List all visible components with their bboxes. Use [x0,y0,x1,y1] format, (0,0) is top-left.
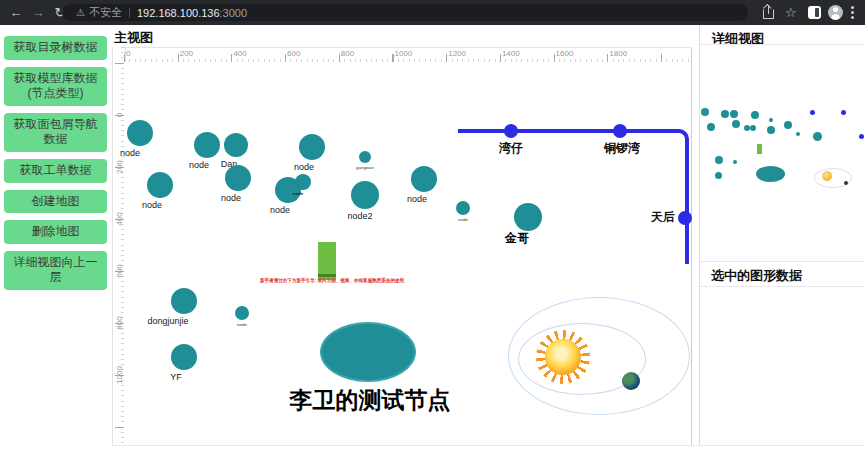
sidebar-button-3[interactable]: 获取面包屑导航数据 [4,113,107,152]
minimap-node-dot[interactable] [813,132,822,141]
browser-menu-icon[interactable] [851,11,854,14]
h-ruler-label: 200 [180,49,193,58]
subway-station-label: 铜锣湾 [604,140,640,157]
not-secure-warning-icon: ⚠ [76,7,85,18]
h-ruler-label: 1200 [448,49,466,58]
h-ruler-label: 800 [341,49,354,58]
canvas-node[interactable] [359,151,371,163]
vertical-ruler-ticks [112,63,124,445]
selected-data-separator-top [700,261,865,262]
profile-avatar[interactable] [828,5,843,20]
canvas-node-label: node [221,193,241,203]
sidebar-button-6[interactable]: 删除地图 [4,220,107,244]
subway-station[interactable] [504,124,518,138]
canvas-node[interactable] [171,344,197,370]
h-ruler-label: 1400 [502,49,520,58]
h-ruler-label: 400 [233,49,246,58]
canvas-node[interactable] [299,134,325,160]
selected-data-separator-bottom [700,286,865,287]
detail-view-minimap[interactable] [700,45,865,261]
address-bar[interactable]: ⚠ 不安全 192.168.100.136 :3000 [62,4,748,21]
minimap-station-dot[interactable] [810,110,815,115]
minimap-earth-icon [844,181,848,185]
canvas-node-label: node [407,194,427,204]
minimap-node-dot[interactable] [767,126,775,134]
big-ellipse-label: 李卫的测试节点 [290,385,451,416]
minimap-node-dot[interactable] [769,118,773,122]
minimap-node-dot[interactable] [701,108,709,116]
canvas-node-label: node [142,200,162,210]
sidebar: 获取目录树数据获取模型库数据(节点类型)获取面包屑导航数据获取工单数据创建地图删… [4,36,107,297]
sidebar-button-4[interactable]: 获取工单数据 [4,159,107,183]
h-ruler-label: 1800 [609,49,627,58]
canvas-node[interactable] [147,172,173,198]
minimap-node-dot[interactable] [733,160,737,164]
minimap-node-dot[interactable] [721,110,729,118]
canvas-bottom-border [112,445,865,446]
minimap-big-ellipse [756,166,785,182]
share-icon[interactable] [763,9,774,19]
canvas-node-label: dongjunjie [147,316,188,326]
main-view-title: 主视图 [114,29,153,47]
canvas-node[interactable] [411,166,437,192]
minimap-node-dot[interactable] [707,123,715,131]
minimap-orbit [814,168,852,188]
canvas-node-label: node [294,162,314,172]
canvas-right-border [691,47,692,445]
subway-station[interactable] [613,124,627,138]
bookmark-star-icon[interactable]: ☆ [785,0,797,25]
canvas-node[interactable] [514,203,542,231]
canvas-node-label: node [270,205,290,215]
app-root: 获取目录树数据获取模型库数据(节点类型)获取面包屑导航数据获取工单数据创建地图删… [0,25,865,463]
subway-station-label: 湾仔 [499,140,523,157]
subway-line[interactable] [458,129,689,264]
canvas-node-label: node [458,218,468,223]
browser-toolbar: ← → ↻ ⚠ 不安全 192.168.100.136 :3000 ☆ [0,0,865,25]
canvas-node[interactable] [235,306,249,320]
url-port: :3000 [220,7,248,19]
back-icon[interactable]: ← [6,0,26,25]
side-panel-icon[interactable] [808,6,821,19]
minimap-station-dot[interactable] [859,134,864,139]
sidebar-button-1[interactable]: 获取目录树数据 [4,36,107,60]
url-host: 192.168.100.136 [137,7,220,19]
minimap-node-dot[interactable] [751,111,759,119]
sun-core [545,339,581,375]
minimap-node-dot[interactable] [732,120,740,128]
forward-icon[interactable]: → [28,0,48,25]
minimap-green-rect [757,144,762,154]
minimap-node-dot[interactable] [796,132,800,136]
sidebar-button-5[interactable]: 创建地图 [4,190,107,214]
canvas-node[interactable] [224,133,248,157]
h-ruler-label: 1600 [556,49,574,58]
minimap-node-dot[interactable] [715,172,722,179]
subway-station[interactable] [678,211,692,225]
canvas-node[interactable] [127,120,153,146]
sidebar-button-7[interactable]: 详细视图向上一层 [4,251,107,290]
canvas-node[interactable] [456,201,470,215]
canvas-node-label: gangwan [356,166,374,171]
address-divider [129,8,130,18]
canvas-node-label: node2 [347,211,372,221]
big-ellipse-node[interactable] [320,322,416,382]
security-label: 不安全 [89,5,122,20]
minimap-node-dot[interactable] [730,110,738,118]
subway-station-label: 天后 [651,209,675,226]
canvas-node[interactable] [171,288,197,314]
canvas-node[interactable] [351,181,379,209]
h-ruler-label: 0 [126,49,130,58]
minimap-sun-icon [822,171,832,181]
sidebar-button-2[interactable]: 获取模型库数据(节点类型) [4,67,107,106]
canvas-node-label: node [120,148,140,158]
canvas-node-label: 金哥 [505,230,529,247]
minimap-node-dot[interactable] [715,156,723,164]
canvas-node[interactable] [295,174,311,190]
minimap-node-dot[interactable] [750,125,756,131]
h-ruler-label: 1000 [395,49,413,58]
canvas-node[interactable] [194,132,220,158]
selected-data-title: 选中的图形数据 [711,267,802,285]
earth-icon[interactable] [622,372,640,390]
canvas-node[interactable] [225,165,251,191]
minimap-node-dot[interactable] [784,121,792,129]
minimap-station-dot[interactable] [841,110,846,115]
